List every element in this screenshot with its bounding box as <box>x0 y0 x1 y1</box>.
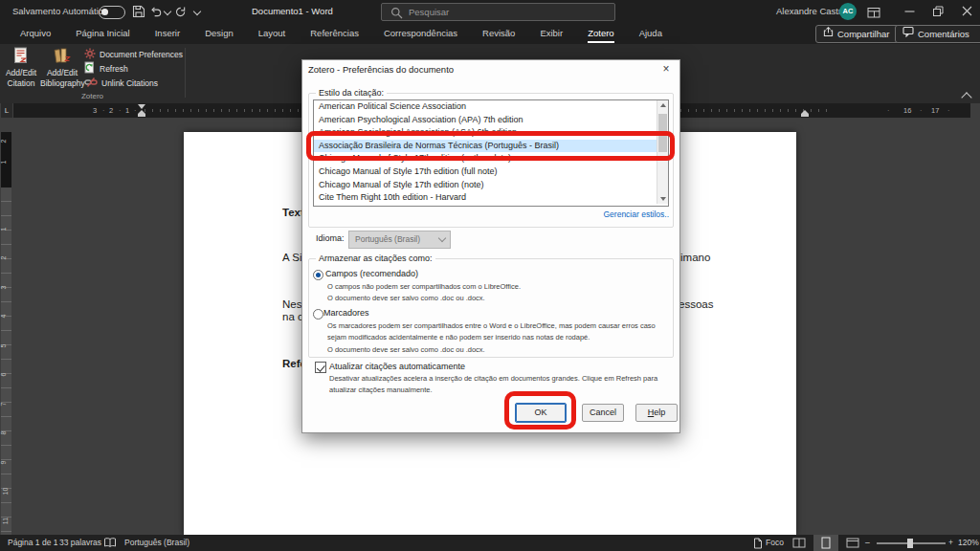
style-option[interactable]: American Psychological Association (APA)… <box>314 114 668 127</box>
add-edit-citation-button[interactable]: Add/Edit Citation <box>2 47 40 88</box>
style-option[interactable]: Chicago Manual of Style 17th edition (fu… <box>314 165 668 179</box>
minimize-button[interactable] <box>896 0 923 23</box>
bookmarks-radio-label[interactable]: Marcadores <box>323 308 369 318</box>
autosave-toggle[interactable] <box>99 6 125 19</box>
gear-icon <box>84 48 96 61</box>
proofing-book-icon[interactable] <box>103 537 117 551</box>
zotero-preferences-dialog: Zotero - Preferências do documento × Est… <box>301 59 680 433</box>
undo-dropdown-icon[interactable] <box>164 8 171 15</box>
left-indent-marker[interactable] <box>138 114 145 117</box>
dialog-close-icon[interactable]: × <box>659 62 673 76</box>
zoom-slider-thumb[interactable] <box>907 539 913 548</box>
scroll-up-icon[interactable] <box>660 103 666 107</box>
comment-icon <box>902 26 914 42</box>
tab-correspondencias[interactable]: Correspondências <box>371 23 470 44</box>
focus-label[interactable]: Foco <box>766 535 784 551</box>
language-label: Idioma: <box>316 233 345 243</box>
help-button[interactable]: Help <box>635 404 678 422</box>
page-indicator[interactable]: Página 1 de 1 <box>8 535 57 551</box>
fields-note-2: O documento deve ser salvo como .doc ou … <box>327 293 485 304</box>
group-separator <box>185 48 186 98</box>
document-preferences-button[interactable]: Document Preferences <box>84 48 183 60</box>
vertical-ruler: 2 1 1 2 3 4 5 6 7 8 9 10 11 <box>1 132 11 535</box>
add-edit-bibliography-button[interactable]: Add/Edit Bibliography <box>40 47 84 88</box>
print-layout-button[interactable] <box>813 535 838 551</box>
unlink-icon <box>84 77 98 90</box>
tab-zotero[interactable]: Zotero <box>575 23 626 44</box>
fields-radio[interactable] <box>313 270 323 280</box>
zotero-group-label: Zotero <box>0 92 185 100</box>
tab-design[interactable]: Design <box>192 23 246 44</box>
bookmarks-note-1: Os marcadores podem ser compartilhados e… <box>327 320 664 342</box>
share-button[interactable]: Compartilhar <box>815 25 903 43</box>
status-bar: Página 1 de 1 33 palavras Português (Bra… <box>0 535 980 551</box>
focus-icon[interactable] <box>752 538 763 551</box>
undo-icon[interactable] <box>150 5 163 22</box>
chevron-down-icon <box>438 234 446 242</box>
right-indent-base[interactable] <box>801 114 809 117</box>
save-icon[interactable] <box>132 5 145 22</box>
autoupdate-checkbox[interactable] <box>315 362 326 373</box>
ribbon-tab-row: Arquivo Página Inicial Inserir Design La… <box>0 23 980 44</box>
word-window: Salvamento Automático Documento1 - Word … <box>0 0 980 551</box>
store-citations-group-label: Armazenar as citações como: <box>316 253 435 263</box>
scroll-down-icon[interactable] <box>660 197 666 201</box>
bibliography-icon <box>54 51 71 67</box>
restore-button[interactable] <box>924 0 951 23</box>
language-indicator[interactable]: Português (Brasil) <box>124 535 189 551</box>
user-name: Alexandre Castro <box>776 0 846 23</box>
zoom-out-icon[interactable]: – <box>865 535 870 551</box>
read-mode-button[interactable] <box>787 535 812 551</box>
toggle-knob <box>101 9 108 15</box>
redo-icon[interactable] <box>174 5 187 22</box>
search-input[interactable] <box>407 4 602 20</box>
annotation-highlight-style <box>306 131 675 161</box>
document-title: Documento1 - Word <box>252 0 333 23</box>
autosave-label: Salvamento Automático <box>12 0 108 23</box>
fields-note-1: O campos não podem ser compartilhados co… <box>327 281 521 293</box>
citation-icon <box>13 51 29 67</box>
tab-inserir[interactable]: Inserir <box>143 23 192 44</box>
autoupdate-note: Desativar atualizações acelera a inserçã… <box>329 373 662 395</box>
tab-revisao[interactable]: Revisão <box>470 23 527 44</box>
tab-referencias[interactable]: Referências <box>298 23 371 44</box>
word-count[interactable]: 33 palavras <box>59 535 101 551</box>
doc-text: imano <box>680 252 710 263</box>
search-bar[interactable] <box>381 3 615 21</box>
first-line-indent-marker[interactable] <box>138 104 145 109</box>
avatar[interactable]: AC <box>839 3 857 20</box>
zoom-level[interactable]: 120% <box>958 535 979 551</box>
bookmarks-radio[interactable] <box>313 309 323 320</box>
tab-pagina-inicial[interactable]: Página Inicial <box>63 23 143 44</box>
quick-access-customize-icon[interactable] <box>193 8 201 15</box>
collapse-ribbon-icon[interactable] <box>961 92 971 102</box>
comments-button[interactable]: Comentários <box>895 25 980 43</box>
unlink-citations-button[interactable]: Unlink Citations <box>84 77 158 89</box>
ribbon-display-options-icon[interactable] <box>867 6 880 23</box>
style-option[interactable]: Chicago Manual of Style 17th edition (no… <box>314 179 668 192</box>
tab-stop-selector[interactable]: L <box>1 103 12 118</box>
autoupdate-label[interactable]: Atualizar citações automaticamente <box>329 362 465 371</box>
web-layout-button[interactable] <box>840 535 865 551</box>
bookmarks-note-2: O documento deve ser salvo como .doc ou … <box>327 344 485 356</box>
refresh-button[interactable]: Refresh <box>84 62 128 75</box>
refresh-icon <box>84 61 96 76</box>
cancel-button[interactable]: Cancel <box>582 404 624 422</box>
language-dropdown[interactable]: Português (Brasil) <box>348 231 451 249</box>
style-option[interactable]: American Political Science Association <box>314 100 668 114</box>
annotation-highlight-ok <box>504 391 576 430</box>
tab-ajuda[interactable]: Ajuda <box>627 23 675 44</box>
fields-radio-label[interactable]: Campos (recomendado) <box>325 269 418 278</box>
dialog-title: Zotero - Preferências do documento <box>308 64 454 75</box>
title-bar: Salvamento Automático Documento1 - Word … <box>0 0 980 23</box>
style-option[interactable]: Cite Them Right 10th edition - Harvard <box>314 191 668 205</box>
share-icon <box>823 26 834 42</box>
manage-styles-link[interactable]: Gerenciar estilos.. <box>604 209 670 219</box>
close-icon[interactable] <box>953 0 980 23</box>
doc-text: essoas <box>679 298 713 310</box>
citation-style-group-label: Estilo da citação: <box>316 88 387 98</box>
tab-arquivo[interactable]: Arquivo <box>8 23 63 44</box>
tab-layout[interactable]: Layout <box>246 23 299 44</box>
zoom-in-icon[interactable]: + <box>948 535 953 551</box>
tab-exibir[interactable]: Exibir <box>527 23 575 44</box>
